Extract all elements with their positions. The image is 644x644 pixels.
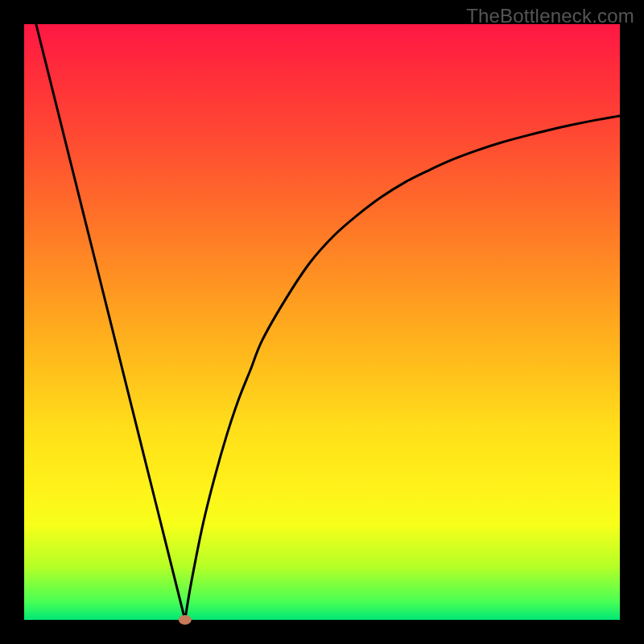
curve-svg xyxy=(24,24,620,620)
watermark-text: TheBottleneck.com xyxy=(466,5,634,27)
plot-area xyxy=(24,24,620,620)
bottleneck-curve xyxy=(36,24,620,620)
minimum-marker xyxy=(179,615,192,625)
chart-frame: TheBottleneck.com xyxy=(0,0,644,644)
